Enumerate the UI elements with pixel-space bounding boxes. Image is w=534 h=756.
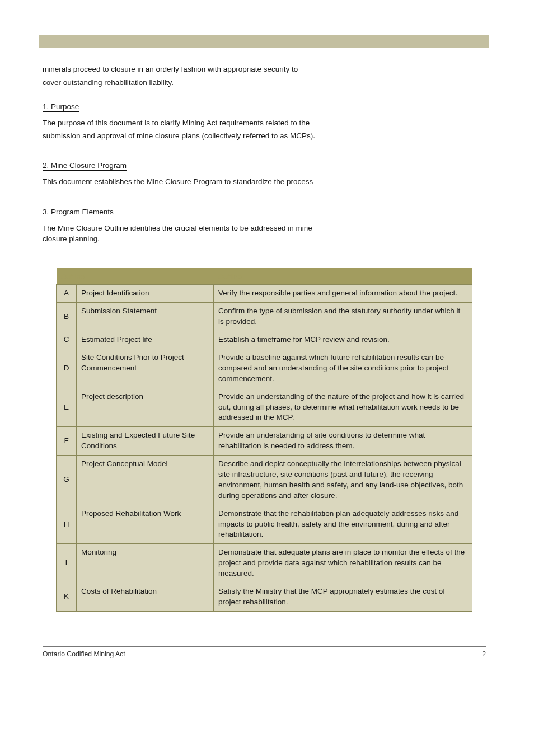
program-table-body: AProject IdentificationVerify the respon… xyxy=(57,285,472,611)
row-desc: Confirm the type of submission and the s… xyxy=(214,303,472,331)
footer-page-number: 2 xyxy=(482,650,486,658)
table-row: KCosts of RehabilitationSatisfy the Mini… xyxy=(57,583,472,612)
page-content: minerals proceed to closure in an orderl… xyxy=(39,64,489,612)
intro-line-2: cover outstanding rehabilitation liabili… xyxy=(43,77,485,88)
row-desc: Demonstrate that adequate plans are in p… xyxy=(214,544,472,583)
row-element: Estimated Project life xyxy=(77,331,214,349)
row-num: D xyxy=(57,349,77,388)
table-row: GProject Conceptual ModelDescribe and de… xyxy=(57,456,472,505)
purpose-line-2: submission and approval of mine closure … xyxy=(43,130,485,142)
row-element: Existing and Expected Future Site Condit… xyxy=(77,427,214,456)
row-element: Monitoring xyxy=(77,544,214,583)
table-row: AProject IdentificationVerify the respon… xyxy=(57,285,472,303)
row-num: I xyxy=(57,544,77,583)
row-num: G xyxy=(57,456,77,505)
table-row: DSite Conditions Prior to Project Commen… xyxy=(57,349,472,388)
header-bar xyxy=(39,35,489,48)
table-row: FExisting and Expected Future Site Condi… xyxy=(57,427,472,456)
row-num: B xyxy=(57,303,77,331)
row-desc: Provide an understanding of site conditi… xyxy=(214,427,472,456)
elements-line-1: The Mine Closure Outline identifies the … xyxy=(43,223,485,234)
row-element: Submission Statement xyxy=(77,303,214,331)
intro-line-1: minerals proceed to closure in an orderl… xyxy=(43,64,485,75)
table-row: EProject descriptionProvide an understan… xyxy=(57,388,472,427)
page-footer: Ontario Codified Mining Act 2 xyxy=(39,646,489,658)
row-num: H xyxy=(57,505,77,544)
row-element: Costs of Rehabilitation xyxy=(77,583,214,612)
table-header-left: Outline xyxy=(57,268,214,285)
row-element: Project Conceptual Model xyxy=(77,456,214,505)
row-num: E xyxy=(57,388,77,427)
table-row: HProposed Rehabilitation WorkDemonstrate… xyxy=(57,505,472,544)
row-num: A xyxy=(57,285,77,303)
row-element: Project Identification xyxy=(77,285,214,303)
mcp-line-1: This document establishes the Mine Closu… xyxy=(43,176,485,187)
row-desc: Satisfy the Ministry that the MCP approp… xyxy=(214,583,472,612)
row-desc: Provide a baseline against which future … xyxy=(214,349,472,388)
row-num: C xyxy=(57,331,77,349)
row-desc: Describe and depict conceptually the int… xyxy=(214,456,472,505)
row-desc: Provide an understanding of the nature o… xyxy=(214,388,472,427)
section-heading-mine-closure-program: 2. Mine Closure Program xyxy=(43,161,127,171)
row-num: K xyxy=(57,583,77,612)
elements-line-2: closure planning. xyxy=(43,233,485,245)
table-header-row: Outline Outline xyxy=(57,268,472,285)
footer-left: Ontario Codified Mining Act xyxy=(43,650,125,658)
section-heading-purpose: 1. Purpose xyxy=(43,102,79,112)
row-element: Site Conditions Prior to Project Commenc… xyxy=(77,349,214,388)
table-row: CEstimated Project lifeEstablish a timef… xyxy=(57,331,472,349)
program-elements-table: Outline Outline AProject IdentificationV… xyxy=(56,268,472,612)
row-desc: Establish a timeframe for MCP review and… xyxy=(214,331,472,349)
table-row: BSubmission StatementConfirm the type of… xyxy=(57,303,472,331)
table-row: IMonitoringDemonstrate that adequate pla… xyxy=(57,544,472,583)
footer-rule xyxy=(43,646,486,647)
section-heading-program-elements: 3. Program Elements xyxy=(43,208,114,217)
row-element: Proposed Rehabilitation Work xyxy=(77,505,214,544)
row-desc: Verify the responsible parties and gener… xyxy=(214,285,472,303)
footer-line: Ontario Codified Mining Act 2 xyxy=(43,650,486,658)
program-table-wrap: Outline Outline AProject IdentificationV… xyxy=(56,268,472,612)
row-num: F xyxy=(57,427,77,456)
row-desc: Demonstrate that the rehabilitation plan… xyxy=(214,505,472,544)
row-element: Project description xyxy=(77,388,214,427)
purpose-line-1: The purpose of this document is to clari… xyxy=(43,118,485,129)
table-header-right: Outline xyxy=(214,268,472,285)
